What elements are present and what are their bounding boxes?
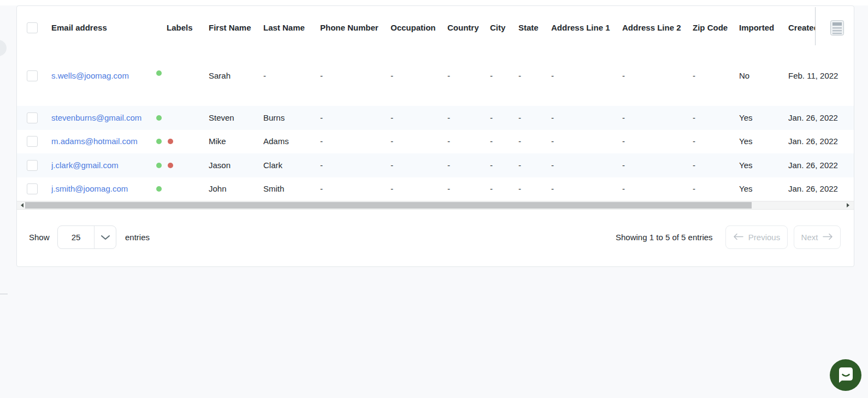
show-label: Show — [29, 225, 50, 249]
table-row: stevenburns@gmail.comStevenBurns--------… — [17, 106, 854, 130]
email-link[interactable]: s.wells@joomag.com — [51, 70, 129, 81]
pagination-summary: Showing 1 to 5 of 5 entries — [616, 225, 713, 249]
green-label-dot — [156, 139, 162, 144]
cell-address-line-2: - — [622, 70, 693, 81]
cell-zip-code: - — [693, 70, 739, 81]
cell-phone-number: - — [320, 160, 391, 171]
cell-address-line-1: - — [551, 112, 622, 123]
table-row: s.wells@joomag.comSarah---------NoFeb. 1… — [17, 64, 854, 106]
cell-created: Jan. 26, 2022 — [788, 112, 854, 123]
table-row: m.adams@hotmail.comMikeAdams--------YesJ… — [17, 130, 854, 154]
email-link[interactable]: j.clark@gmail.com — [51, 160, 119, 171]
cell-last-name: Clark — [263, 160, 320, 171]
triangle-right-icon[interactable] — [847, 203, 849, 207]
page: { "table": { "headers": ["Email address"… — [0, 0, 868, 398]
row-checkbox[interactable] — [27, 136, 38, 147]
cell-last-name: Burns — [263, 112, 320, 123]
select-all-checkbox[interactable] — [27, 22, 38, 33]
cell-city: - — [490, 112, 518, 123]
table-row: j.smith@joomag.comJohnSmith--------YesJa… — [17, 177, 854, 201]
cell-country: - — [447, 183, 490, 194]
column-header-address-line-1[interactable]: Address Line 1 — [551, 22, 622, 33]
row-checkbox[interactable] — [27, 183, 38, 194]
green-label-dot — [156, 163, 162, 168]
cell-address-line-2: - — [622, 183, 693, 194]
cell-zip-code: - — [693, 136, 739, 147]
cell-imported: Yes — [739, 136, 788, 147]
row-checkbox-cell — [17, 112, 51, 123]
edge-decoration-line — [0, 294, 8, 294]
cell-state: - — [518, 183, 551, 194]
row-checkbox[interactable] — [27, 160, 38, 171]
red-label-dot — [168, 139, 173, 144]
cell-first-name: Sarah — [209, 70, 263, 81]
column-header-state[interactable]: State — [518, 22, 551, 33]
table-row: j.clark@gmail.comJasonClark--------YesJa… — [17, 153, 854, 177]
cell-labels — [150, 115, 209, 121]
chevron-down-icon — [95, 235, 116, 240]
triangle-left-icon[interactable] — [21, 203, 23, 207]
cell-created: Jan. 26, 2022 — [788, 136, 854, 147]
column-header-zip-code[interactable]: Zip Code — [693, 22, 739, 33]
cell-address-line-1: - — [551, 70, 622, 81]
email-link[interactable]: j.smith@joomag.com — [51, 183, 128, 194]
cell-city: - — [490, 136, 518, 147]
cell-address-line-2: - — [622, 160, 693, 171]
next-button[interactable]: Next — [794, 225, 841, 249]
previous-button-label: Previous — [748, 233, 780, 242]
page-size-select[interactable]: 25 — [57, 225, 116, 249]
cell-country: - — [447, 136, 490, 147]
column-header-occupation[interactable]: Occupation — [391, 22, 447, 33]
column-header-email[interactable]: Email address — [51, 22, 150, 33]
cell-zip-code: - — [693, 112, 739, 123]
column-header-phone-number[interactable]: Phone Number — [320, 22, 391, 33]
cell-created: Feb. 11, 2022 — [788, 70, 854, 81]
row-checkbox-cell — [17, 70, 51, 81]
cell-occupation: - — [391, 160, 447, 171]
horizontal-scrollbar[interactable] — [17, 201, 854, 210]
email-link[interactable]: m.adams@hotmail.com — [51, 136, 138, 147]
cell-labels — [150, 139, 209, 144]
column-header-first-name[interactable]: First Name — [209, 22, 263, 33]
row-checkbox[interactable] — [27, 112, 38, 123]
column-header-last-name[interactable]: Last Name — [263, 22, 320, 33]
cell-country: - — [447, 70, 490, 81]
cell-first-name: Steven — [209, 112, 263, 123]
column-header-imported[interactable]: Imported — [739, 22, 788, 33]
row-checkbox[interactable] — [27, 70, 38, 81]
cell-occupation: - — [391, 70, 447, 81]
scrollbar-thumb[interactable] — [25, 202, 752, 209]
cell-address-line-1: - — [551, 183, 622, 194]
cell-last-name: - — [263, 70, 320, 81]
top-strip — [0, 0, 868, 5]
cell-email: m.adams@hotmail.com — [51, 136, 150, 147]
select-all-cell — [17, 22, 51, 33]
header-divider — [815, 7, 816, 45]
entries-label: entries — [125, 225, 150, 249]
chat-launcher-button[interactable] — [830, 359, 861, 391]
cell-occupation: - — [391, 183, 447, 194]
column-header-created[interactable]: Created — [788, 22, 815, 33]
cell-first-name: Mike — [209, 136, 263, 147]
cell-city: - — [490, 160, 518, 171]
cell-city: - — [490, 183, 518, 194]
cell-phone-number: - — [320, 136, 391, 147]
column-header-city[interactable]: City — [490, 22, 518, 33]
column-header-country[interactable]: Country — [447, 22, 490, 33]
column-settings-button[interactable] — [830, 20, 844, 35]
column-header-labels[interactable]: Labels — [150, 22, 209, 33]
cell-labels — [150, 163, 209, 168]
row-checkbox-cell — [17, 160, 51, 171]
cell-last-name: Adams — [263, 136, 320, 147]
cell-imported: No — [739, 70, 788, 81]
green-label-dot — [156, 186, 162, 192]
table-header-row: Email address Labels First Name Last Nam… — [17, 6, 854, 64]
previous-button[interactable]: Previous — [725, 225, 788, 249]
email-link[interactable]: stevenburns@gmail.com — [51, 112, 141, 123]
column-header-address-line-2[interactable]: Address Line 2 — [622, 22, 693, 33]
cell-imported: Yes — [739, 183, 788, 194]
chat-bubble-smile-icon — [830, 384, 861, 393]
cell-created: Jan. 26, 2022 — [788, 160, 854, 171]
cell-address-line-2: - — [622, 136, 693, 147]
table-footer: Show 25 entries Showing 1 to 5 of 5 entr… — [17, 210, 854, 266]
